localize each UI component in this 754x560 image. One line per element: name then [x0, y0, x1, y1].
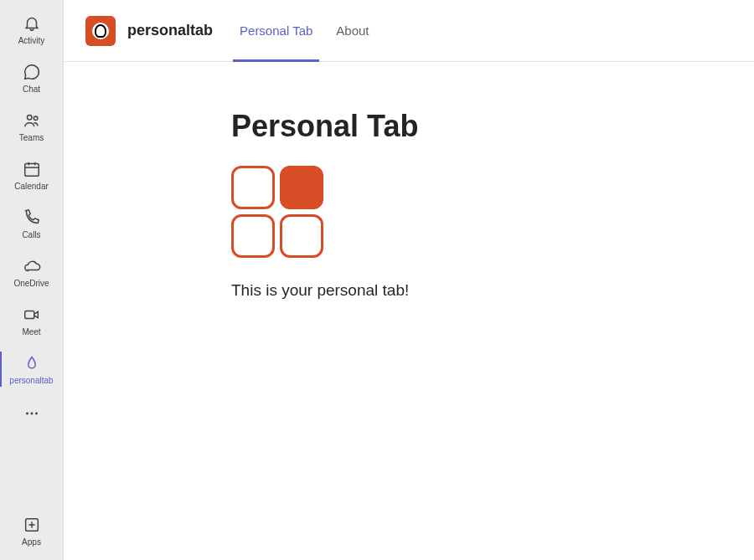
calendar-icon: [22, 159, 42, 179]
app-logo-icon: [92, 23, 109, 39]
rail-item-meet[interactable]: Meet: [0, 296, 64, 345]
rail-item-onedrive[interactable]: OneDrive: [0, 248, 64, 296]
app-title: personaltab: [127, 22, 213, 39]
rail-label: personaltab: [9, 376, 53, 385]
apps-icon: [22, 515, 42, 535]
app-header: personaltab Personal Tab About: [64, 0, 754, 62]
main-area: personaltab Personal Tab About Personal …: [64, 0, 754, 560]
rail-item-calendar[interactable]: Calendar: [0, 151, 64, 199]
app-logo: [85, 16, 116, 46]
grid-cell: [231, 214, 275, 258]
rail-label: Calendar: [14, 182, 49, 191]
grid-cell: [231, 166, 275, 209]
svg-point-1: [34, 116, 38, 121]
page-title: Personal Tab: [231, 109, 754, 144]
tab-personal-tab[interactable]: Personal Tab: [231, 0, 321, 61]
svg-point-9: [35, 413, 38, 415]
rail-item-apps[interactable]: Apps: [0, 506, 64, 555]
more-icon: [22, 403, 42, 424]
rail-label: Apps: [22, 537, 41, 547]
bell-icon: [22, 13, 42, 33]
page-body-text: This is your personal tab!: [231, 281, 754, 300]
rail-label: Calls: [22, 230, 40, 239]
rail-label: OneDrive: [13, 279, 49, 288]
svg-point-8: [30, 413, 33, 415]
grid-cell: [280, 214, 323, 258]
svg-rect-6: [24, 311, 34, 318]
tab-content: Personal Tab This is your personal tab!: [64, 62, 754, 560]
rail-item-calls[interactable]: Calls: [0, 199, 64, 248]
rail-item-chat[interactable]: Chat: [0, 54, 64, 102]
grid-cell-filled: [280, 166, 323, 209]
personaltab-icon: [22, 353, 42, 373]
video-icon: [22, 305, 42, 325]
rail-item-activity[interactable]: Activity: [0, 5, 64, 54]
rail-label: Activity: [18, 36, 45, 45]
rail-item-teams[interactable]: Teams: [0, 102, 64, 151]
rail-label: Meet: [22, 327, 40, 337]
rail-label: Teams: [19, 133, 44, 142]
app-rail: Activity Chat Teams: [0, 0, 64, 560]
rail-more-button[interactable]: [0, 393, 64, 434]
teams-icon: [22, 110, 42, 131]
tab-label: About: [336, 23, 369, 38]
grid-graphic-icon: [231, 166, 323, 258]
svg-point-7: [26, 413, 28, 415]
rail-item-personaltab[interactable]: personaltab: [0, 345, 64, 393]
svg-rect-2: [24, 164, 39, 177]
chat-icon: [22, 62, 42, 82]
app-container: Activity Chat Teams: [0, 0, 754, 560]
rail-label: Chat: [23, 85, 40, 94]
phone-icon: [22, 208, 42, 228]
tab-about[interactable]: About: [328, 0, 377, 61]
svg-point-0: [27, 116, 32, 121]
cloud-icon: [22, 256, 42, 276]
tab-list: Personal Tab About: [231, 0, 385, 61]
tab-label: Personal Tab: [240, 23, 312, 38]
